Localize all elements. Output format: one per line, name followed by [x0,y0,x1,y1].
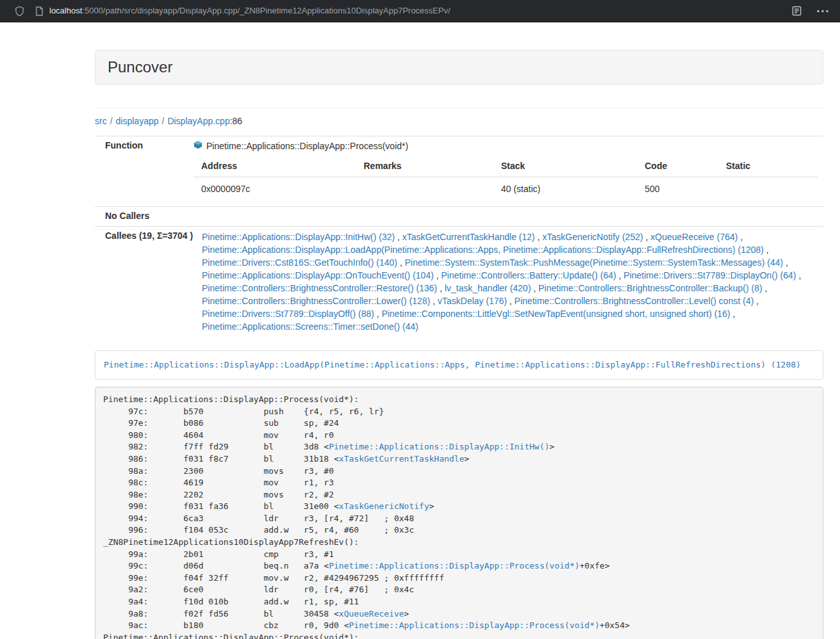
callee-separator: , [754,296,759,306]
symbol-link[interactable]: xQueueReceive [339,609,404,619]
callee-separator: , [531,283,539,293]
code-line: 98a: 2300 movs r3, #0 [103,465,815,478]
callee-separator: , [395,232,402,242]
breadcrumb-separator: / [110,116,113,126]
code-value: 500 [637,177,718,202]
callee-separator: , [730,309,736,319]
selected-symbol-link[interactable]: Pinetime::Applications::DisplayApp::Load… [104,360,801,369]
callee-link[interactable]: xTaskGetCurrentTaskHandle (12) [402,232,535,242]
divider [95,108,823,108]
code-line: 98e: 2202 movs r2, #2 [103,489,815,501]
code-line: 9a2: 6ce0 ldr r0, [r4, #76] ; 0x4c [103,584,815,596]
code-line: 996: f104 053c add.w r5, r4, #60 ; 0x3c [103,524,815,537]
no-callers-row-label: No Callers [95,206,192,226]
code-line: 99c: d06d beq.n a7a <Pinetime::Applicati… [103,560,815,572]
callee-separator: , [397,257,405,268]
code-line: 97c: b570 push {r4, r5, r6, lr} [103,406,815,418]
app-title-panel: Puncover [95,50,823,85]
callee-separator: , [643,232,651,242]
breadcrumb-file[interactable]: DisplayApp.cpp [167,116,229,126]
column-header-stack: Stack [493,159,637,177]
symbol-link[interactable]: Pinetime::Applications::DisplayApp::Proc… [349,620,600,630]
callee-link[interactable]: Pinetime::Controllers::BrightnessControl… [202,283,437,293]
function-row-label: Function [95,136,192,207]
code-line: 986: f031 f8c7 bl 31b18 <xTaskGetCurrent… [103,453,815,465]
callee-link[interactable]: Pinetime::System::SystemTask::PushMessag… [405,257,784,268]
callee-link[interactable]: Pinetime::Drivers::St7789::DisplayOff() … [202,309,374,319]
disassembly-code: Pinetime::Applications::DisplayApp::Proc… [95,387,823,639]
callee-link[interactable]: Pinetime::Applications::Screens::Timer::… [202,321,418,332]
callee-separator: , [374,309,382,319]
remarks-value [356,177,494,202]
main-content: Puncover src/displayapp/DisplayApp.cpp:8… [95,50,823,639]
stack-value: 40 (static) [493,177,637,202]
symbol-link[interactable]: Pinetime::Applications::DisplayApp::Proc… [329,561,579,570]
callees-row-content: Pinetime::Applications::DisplayApp::Init… [192,226,823,337]
symbol-link[interactable]: Pinetime::Applications::DisplayApp::Init… [329,442,549,451]
callee-separator: , [796,270,802,280]
code-line: Pinetime::Applications::DisplayApp::Proc… [103,394,815,406]
callee-link[interactable]: xTaskGenericNotify (252) [542,232,643,242]
code-line: 97e: b086 sub sp, #24 [103,417,815,430]
callee-link[interactable]: vTaskDelay (176) [438,296,507,306]
code-line: 9a8: f02f fd56 bl 30458 <xQueueReceive> [103,608,815,620]
column-header-address: Address [194,159,356,177]
no-callers-row: No Callers [95,206,823,226]
callee-link[interactable]: Pinetime::Applications::DisplayApp::Load… [202,245,764,255]
code-line: 980: 4604 mov r4, r0 [103,430,815,442]
column-header-remarks: Remarks [356,159,494,177]
callee-separator: , [437,283,445,293]
url-bar[interactable]: localhost:5000/path/src/displayapp/Displ… [35,5,792,17]
callee-link[interactable]: Pinetime::Controllers::Battery::Update()… [441,270,616,280]
function-icon [194,140,202,152]
callee-link[interactable]: Pinetime::Controllers::BrightnessControl… [515,296,754,306]
code-line: Pinetime::Applications::DisplayApp::Proc… [103,632,815,639]
menu-icon[interactable] [817,10,828,13]
callee-link[interactable]: Pinetime::Applications::DisplayApp::OnTo… [202,270,434,280]
callee-link[interactable]: Pinetime::Drivers::St7789::DisplayOn() (… [623,270,796,280]
callee-link[interactable]: Pinetime::Components::LittleVgl::SetNewT… [382,309,730,319]
code-line: 990: f031 fa36 bl 31e00 <xTaskGenericNot… [103,501,815,513]
column-header-static: Static [718,159,818,177]
url-text: localhost:5000/path/src/displayapp/Displ… [49,5,450,17]
function-name-row: Pinetime::Applications::DisplayApp::Proc… [194,140,818,152]
static-value [718,177,818,202]
breadcrumb: src/displayapp/DisplayApp.cpp:86 [95,115,823,127]
address-value: 0x0000097c [194,177,356,202]
code-line: 98c: 4619 mov r1, r3 [103,477,815,489]
callee-separator: , [737,232,743,242]
shield-icon[interactable] [14,5,25,17]
reader-mode-icon[interactable] [792,6,802,16]
callee-separator: , [762,283,768,293]
function-table: Function Pinetime::Applications::Display… [95,136,823,337]
code-line: 982: f7ff fd29 bl 3d8 <Pinetime::Applica… [103,441,815,453]
callee-link[interactable]: lv_task_handler (420) [445,283,531,293]
selected-symbol-box: Pinetime::Applications::DisplayApp::Load… [95,350,823,380]
code-line: _ZN8Pinetime12Applications10DisplayApp7R… [103,537,815,549]
url-host: localhost [49,6,82,15]
page-icon [35,6,44,16]
callees-row: Callees (19, Σ=3704 ) Pinetime::Applicat… [95,226,823,337]
symbol-link[interactable]: xTaskGetCurrentTaskHandle [339,454,465,464]
toolbar-icons [792,6,828,16]
callee-separator: , [783,257,788,268]
callee-link[interactable]: Pinetime::Applications::DisplayApp::Init… [202,232,395,242]
callee-link[interactable]: Pinetime::Controllers::BrightnessControl… [538,283,762,293]
function-name: Pinetime::Applications::DisplayApp::Proc… [206,140,408,152]
callees-list: Pinetime::Applications::DisplayApp::Init… [194,230,818,334]
callee-separator: , [764,245,769,255]
callee-separator: , [434,270,441,280]
no-callers-row-content [192,206,823,226]
symbol-link[interactable]: xTaskGenericNotify [339,501,429,511]
callee-link[interactable]: Pinetime::Controllers::BrightnessControl… [202,296,430,306]
breadcrumb-src[interactable]: src [95,116,107,126]
breadcrumb-displayapp[interactable]: displayapp [116,116,159,126]
page-title: Puncover [108,59,811,76]
callee-link[interactable]: Pinetime::Drivers::Cst816S::GetTouchInfo… [202,257,397,268]
url-path: :5000/path/src/displayapp/DisplayApp.cpp… [82,6,450,15]
function-row: Function Pinetime::Applications::Display… [95,136,823,207]
code-line: 9ac: b180 cbz r0, 9d0 <Pinetime::Applica… [103,620,815,632]
code-line: 99a: 2b01 cmp r3, #1 [103,549,815,561]
callee-link[interactable]: xQueueReceive (764) [650,232,737,242]
code-line: 99e: f04f 32ff mov.w r2, #4294967295 ; 0… [103,572,815,585]
